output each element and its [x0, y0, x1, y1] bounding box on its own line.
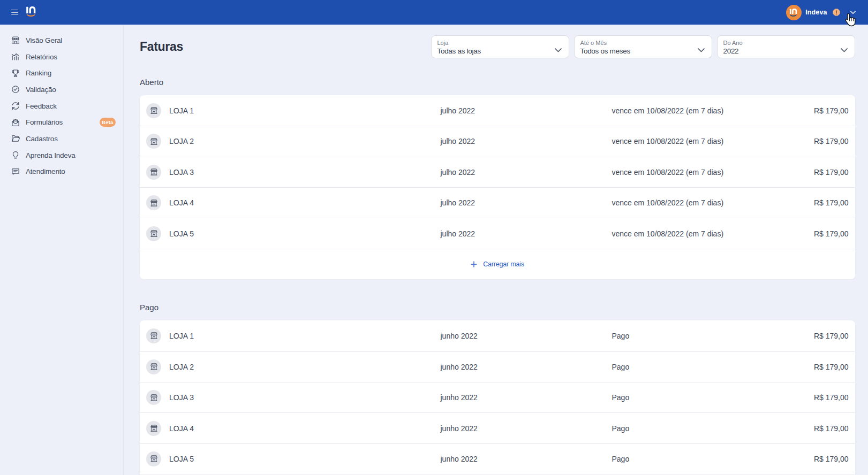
store-cell: LOJA 2 [146, 134, 441, 149]
invoice-amount: R$ 179,00 [814, 168, 849, 177]
sidebar-item-feedback[interactable]: Feedback [0, 98, 123, 114]
invoice-status: Pago [612, 455, 814, 463]
chevron-down-icon [555, 45, 562, 55]
store-name: LOJA 4 [169, 198, 194, 207]
trophy-icon [11, 69, 20, 78]
store-cell: LOJA 5 [146, 451, 441, 466]
section-aberto: Aberto LOJA 1 julho 2022 vence em 10/08/… [140, 76, 855, 279]
store-name: LOJA 1 [169, 332, 194, 340]
load-more-label: Carregar mais [483, 261, 524, 268]
filter-label: Do Ano [723, 39, 839, 47]
filter-value: 2022 [723, 47, 839, 56]
store-name: LOJA 5 [169, 229, 194, 238]
page-header: Faturas Loja Todas as lojas Até o Mês To… [140, 32, 855, 63]
store-icon [146, 165, 161, 180]
invoice-row[interactable]: LOJA 5 junho 2022 Pago R$ 179,00 [140, 443, 855, 474]
invoice-period: julho 2022 [441, 229, 612, 238]
store-cell: LOJA 3 [146, 165, 441, 180]
store-icon [146, 390, 161, 405]
invoice-status: vence em 10/08/2022 (em 7 dias) [612, 168, 814, 177]
alert-icon[interactable] [833, 9, 840, 16]
invoice-row[interactable]: LOJA 2 junho 2022 Pago R$ 179,00 [140, 351, 855, 382]
beta-badge: Beta [100, 118, 116, 127]
sidebar-item-label: Aprenda Indeva [26, 151, 76, 159]
invoice-amount: R$ 179,00 [814, 424, 849, 433]
filter-select-at-o-m-s[interactable]: Até o Mês Todos os meses [574, 35, 712, 58]
main-content: Faturas Loja Todas as lojas Até o Mês To… [124, 25, 868, 475]
invoice-period: junho 2022 [441, 424, 612, 433]
lightbulb-icon [11, 151, 20, 159]
sidebar-item-cadastros[interactable]: Cadastros [0, 131, 123, 147]
invoice-status: vence em 10/08/2022 (em 7 dias) [612, 106, 814, 115]
invoice-rows: LOJA 1 julho 2022 vence em 10/08/2022 (e… [140, 95, 855, 249]
invoice-card-pago: LOJA 1 junho 2022 Pago R$ 179,00 LOJA 2 … [140, 320, 855, 475]
invoice-row[interactable]: LOJA 3 junho 2022 Pago R$ 179,00 [140, 382, 855, 412]
store-icon [146, 328, 161, 343]
invoice-card-aberto: LOJA 1 julho 2022 vence em 10/08/2022 (e… [140, 95, 855, 279]
avatar[interactable] [786, 5, 802, 20]
filter-select-do-ano[interactable]: Do Ano 2022 [717, 35, 855, 58]
sidebar-item-relat-rios[interactable]: Relatórios [0, 49, 123, 65]
menu-icon[interactable] [11, 10, 18, 16]
store-icon [146, 421, 161, 436]
store-cell: LOJA 4 [146, 195, 441, 210]
invoice-row[interactable]: LOJA 4 junho 2022 Pago R$ 179,00 [140, 412, 855, 443]
store-cell: LOJA 2 [146, 359, 441, 374]
sidebar-item-atendimento[interactable]: Atendimento [0, 164, 123, 180]
invoice-period: junho 2022 [441, 455, 612, 463]
invoice-row[interactable]: LOJA 3 julho 2022 vence em 10/08/2022 (e… [140, 157, 855, 187]
store-name: LOJA 2 [169, 137, 194, 145]
invoice-row[interactable]: LOJA 1 junho 2022 Pago R$ 179,00 [140, 320, 855, 351]
bar-chart-icon [11, 52, 20, 61]
invoice-status: Pago [612, 424, 814, 433]
invoice-row[interactable]: LOJA 4 julho 2022 vence em 10/08/2022 (e… [140, 187, 855, 218]
store-icon [146, 195, 161, 210]
store-cell: LOJA 4 [146, 421, 441, 436]
sidebar-item-ranking[interactable]: Ranking [0, 65, 123, 81]
storefront-icon [11, 36, 20, 44]
invoice-period: julho 2022 [441, 168, 612, 177]
folder-icon [11, 134, 20, 143]
invoice-amount: R$ 179,00 [814, 332, 849, 340]
section-title: Pago [140, 302, 855, 313]
invoice-row[interactable]: LOJA 2 julho 2022 vence em 10/08/2022 (e… [140, 126, 855, 156]
sidebar-item-label: Relatórios [26, 53, 57, 61]
sidebar-item-formul-rios[interactable]: Formulários Beta [0, 114, 123, 131]
check-circle-icon [11, 85, 20, 94]
invoice-row[interactable]: LOJA 1 julho 2022 vence em 10/08/2022 (e… [140, 95, 855, 126]
sidebar-item-label: Formulários [26, 118, 63, 126]
plus-icon [471, 261, 477, 267]
sidebar-item-vis-o-geral[interactable]: Visão Geral [0, 32, 123, 49]
store-name: LOJA 3 [169, 393, 194, 402]
sidebar-item-aprenda-indeva[interactable]: Aprenda Indeva [0, 147, 123, 164]
store-cell: LOJA 3 [146, 390, 441, 405]
sidebar-item-label: Visão Geral [26, 36, 62, 44]
invoice-row[interactable]: LOJA 5 julho 2022 vence em 10/08/2022 (e… [140, 218, 855, 248]
invoice-amount: R$ 179,00 [814, 137, 849, 145]
store-icon [146, 451, 161, 466]
store-icon [146, 103, 161, 118]
invoice-amount: R$ 179,00 [814, 106, 849, 115]
store-cell: LOJA 5 [146, 226, 441, 241]
chat-icon [11, 167, 20, 176]
invoice-period: julho 2022 [441, 137, 612, 145]
store-icon [146, 134, 161, 149]
store-name: LOJA 1 [169, 106, 194, 115]
invoice-status: vence em 10/08/2022 (em 7 dias) [612, 229, 814, 238]
sidebar-item-label: Atendimento [26, 167, 65, 175]
invoice-rows: LOJA 1 junho 2022 Pago R$ 179,00 LOJA 2 … [140, 320, 855, 474]
load-more-button[interactable]: Carregar mais [140, 249, 855, 279]
chevron-down-icon [841, 45, 848, 55]
brand-logo-icon[interactable] [26, 6, 37, 19]
section-pago: Pago LOJA 1 junho 2022 Pago R$ 179,00 [140, 302, 855, 475]
invoice-amount: R$ 179,00 [814, 229, 849, 238]
chevron-down-icon[interactable] [850, 11, 856, 14]
sidebar-item-valida-o[interactable]: Validação [0, 81, 123, 98]
invoice-period: junho 2022 [441, 393, 612, 402]
invoice-amount: R$ 179,00 [814, 455, 849, 463]
sidebar: Visão Geral Relatórios Ranking Validação… [0, 25, 124, 475]
page-title: Faturas [140, 40, 183, 54]
invoice-amount: R$ 179,00 [814, 363, 849, 371]
filter-select-loja[interactable]: Loja Todas as lojas [431, 35, 569, 58]
invoice-amount: R$ 179,00 [814, 393, 849, 402]
